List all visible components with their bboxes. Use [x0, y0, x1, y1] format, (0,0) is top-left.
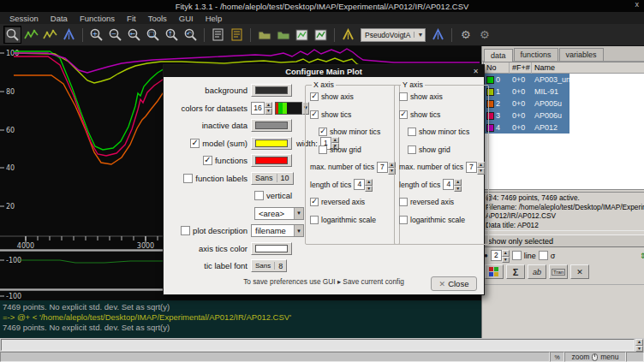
table-row[interactable]: 20+0AP005u [484, 98, 569, 110]
history-stepper[interactable]: ▲▼ [635, 339, 643, 351]
dataset-colors-count-stepper[interactable]: 16 ▲▼ [251, 102, 272, 115]
tab-variables[interactable]: variables [559, 48, 604, 61]
zoom-in-icon[interactable]: + [87, 26, 105, 44]
y-axis-show-minor-tics-checkbox[interactable] [408, 128, 416, 136]
menu-fit[interactable]: Fit [121, 14, 142, 23]
undo-fit-icon[interactable]: ⚙ [456, 26, 474, 44]
y-axis-max-number-of-tics-stepper[interactable]: 7▲▼ [466, 162, 485, 173]
y-axis-show-axis-checkbox[interactable] [399, 92, 408, 101]
y-axis-length-of-tics-arrows[interactable]: ▲▼ [454, 179, 462, 190]
label-format-select[interactable]: <area> ▼ [254, 207, 304, 220]
y-axis-logarithmic-scale-checkbox[interactable] [399, 216, 408, 224]
svg-text:40: 40 [6, 164, 15, 172]
zoom-up-icon[interactable]: ↑ [163, 26, 181, 44]
model-color-button[interactable] [251, 137, 292, 150]
line-checkbox[interactable] [512, 251, 522, 260]
menu-help[interactable]: Help [200, 14, 229, 23]
rename-dataset-button[interactable]: ab [528, 264, 546, 279]
auto-add-peak-icon[interactable] [339, 26, 357, 44]
model-sum-checkbox[interactable] [190, 139, 200, 148]
point-size-stepper[interactable]: 2 ▲▼ [491, 250, 510, 261]
y-axis-max-number-of-tics-arrows[interactable]: ▲▼ [477, 162, 485, 173]
menu-data[interactable]: Data [45, 14, 74, 23]
dataset-colors-button[interactable] [485, 264, 504, 279]
x-axis-logarithmic-scale-checkbox[interactable] [310, 216, 319, 224]
menu-gui[interactable]: GUI [173, 14, 200, 23]
sum-datasets-button[interactable]: Σ [506, 264, 525, 279]
y-axis-show-tics-checkbox[interactable] [399, 110, 408, 119]
inactive-data-color-button[interactable] [251, 119, 292, 132]
plot-description-arrow[interactable]: ▼ [294, 225, 303, 236]
column-header-f: #F+# [510, 62, 532, 74]
add-peak-mode-icon[interactable] [60, 26, 78, 44]
axis-tics-color-button[interactable] [251, 242, 292, 255]
menu-functions[interactable]: Functions [74, 14, 121, 23]
run-fit-icon[interactable]: ⚙ [475, 26, 493, 44]
zoom-fit-icon[interactable]: □ [144, 26, 162, 44]
zoom-out-icon[interactable]: − [106, 26, 124, 44]
table-row[interactable]: 00+0AP003_unwa... [484, 74, 569, 86]
x-axis-max-number-of-tics-stepper[interactable]: 7▲▼ [377, 162, 396, 173]
svg-text:←: ← [130, 30, 135, 38]
y-axis-logarithmic-scale-row: logarithmic scale [399, 215, 485, 225]
toolbar-separator [204, 28, 205, 42]
load-data-custom-icon[interactable] [274, 26, 292, 44]
tic-label-font-button[interactable]: Sans 8 [251, 259, 287, 272]
zoom-mode-icon[interactable] [3, 26, 21, 44]
x-axis-show-minor-tics-checkbox[interactable] [319, 128, 327, 136]
delete-dataset-button[interactable]: ✕ [570, 264, 589, 279]
x-axis-length-of-tics-arrows[interactable]: ▲▼ [365, 179, 373, 190]
y-axis-length-of-tics-stepper[interactable]: 4▲▼ [443, 179, 462, 190]
background-mode-icon[interactable] [41, 26, 59, 44]
plot-description-checkbox[interactable] [181, 226, 190, 235]
table-row[interactable]: 40+0AP012 [484, 122, 569, 134]
menu-session[interactable]: Session [3, 14, 45, 23]
vertical-checkbox[interactable] [254, 191, 264, 200]
y-axis-show-grid-checkbox[interactable] [408, 145, 416, 154]
functions-color-button[interactable] [251, 154, 292, 167]
x-axis-show-grid-checkbox[interactable] [319, 145, 327, 154]
load-data-icon[interactable] [255, 26, 273, 44]
dialog-close-button[interactable]: ✕ Close [431, 276, 477, 291]
sigma-checkbox[interactable] [539, 251, 548, 260]
y-axis-show-axis-label: show axis [410, 92, 443, 101]
window-close-button[interactable]: x [635, 0, 640, 9]
tab-functions[interactable]: functions [514, 48, 558, 61]
function-labels-font-button[interactable]: Sans 10 [251, 172, 294, 185]
dataset-table: No#F+#Name00+0AP003_unwa...10+0MIL-9120+… [483, 62, 644, 190]
dialog-close-icon[interactable]: ✕ [473, 68, 479, 75]
x-axis-show-tics-checkbox[interactable] [310, 110, 319, 119]
table-row[interactable]: 10+0MIL-91 [484, 86, 569, 98]
x-axis-show-axis-checkbox[interactable] [310, 92, 319, 101]
functions-checkbox[interactable] [203, 156, 212, 165]
history-arrows[interactable]: ▲▼ [635, 339, 643, 351]
add-peak-icon[interactable] [429, 26, 447, 44]
label-format-arrow[interactable]: ▼ [294, 208, 303, 219]
session-log-icon[interactable] [228, 26, 246, 44]
edit-script-icon[interactable] [209, 26, 227, 44]
function-labels-checkbox[interactable] [183, 174, 193, 183]
data-range-mode-icon[interactable] [22, 26, 40, 44]
dataset-filter-select[interactable]: show only selected ▼ [484, 234, 644, 247]
y-axis-reversed-axis-checkbox[interactable] [399, 198, 408, 206]
background-color-button[interactable] [251, 84, 292, 97]
function-type-select[interactable]: PseudoVoigtA▼ [361, 28, 426, 42]
dataset-colors-count-arrows[interactable]: ▲▼ [265, 102, 272, 115]
coords-format-button[interactable]: % [550, 352, 564, 362]
point-size-arrows[interactable]: ▲▼ [502, 250, 510, 261]
svg-text:−: − [111, 30, 116, 38]
x-axis-reversed-axis-checkbox[interactable] [310, 198, 319, 206]
menu-tools[interactable]: Tools [142, 14, 173, 23]
transform-data-button[interactable]: Tran [549, 264, 568, 279]
dataset-filter-value: show only selected [488, 237, 553, 246]
svg-text:4000: 4000 [17, 242, 34, 249]
zoom-previous-icon[interactable]: ↶ [182, 26, 200, 44]
zoom-left-icon[interactable]: ← [125, 26, 143, 44]
save-image-alt-icon[interactable] [312, 26, 330, 44]
save-image-icon[interactable] [293, 26, 311, 44]
x-axis-length-of-tics-stepper[interactable]: 4▲▼ [354, 179, 373, 190]
command-input[interactable] [1, 339, 635, 351]
plot-description-select[interactable]: filename ▼ [251, 224, 304, 237]
table-row[interactable]: 30+0AP006u [484, 110, 569, 122]
tab-data[interactable]: data [484, 49, 513, 62]
